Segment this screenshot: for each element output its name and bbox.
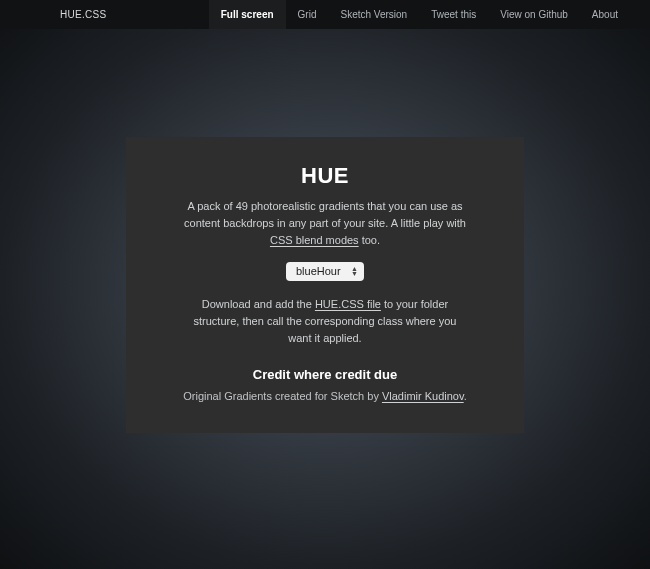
credit-heading: Credit where credit due bbox=[182, 367, 468, 382]
gradient-select[interactable]: blueHour ▲▼ bbox=[286, 262, 364, 281]
main: HUE A pack of 49 photorealistic gradient… bbox=[0, 137, 650, 433]
credit-pre: Original Gradients created for Sketch by bbox=[183, 390, 382, 402]
intro-text: A pack of 49 photorealistic gradients th… bbox=[182, 198, 468, 249]
intro-pre: A pack of 49 photorealistic gradients th… bbox=[184, 200, 466, 229]
author-link[interactable]: Vladimir Kudinov bbox=[382, 390, 464, 402]
credit-post: . bbox=[464, 390, 467, 402]
page-title: HUE bbox=[182, 163, 468, 189]
gradient-select-value: blueHour bbox=[296, 265, 349, 277]
nav-view-on-github[interactable]: View on Github bbox=[488, 0, 580, 29]
hue-css-file-link[interactable]: HUE.CSS file bbox=[315, 298, 381, 310]
nav-sketch-version[interactable]: Sketch Version bbox=[328, 0, 419, 29]
brand: HUE.CSS bbox=[60, 9, 107, 20]
download-pre: Download and add the bbox=[202, 298, 315, 310]
download-text: Download and add the HUE.CSS file to you… bbox=[182, 296, 468, 347]
credit-text: Original Gradients created for Sketch by… bbox=[182, 388, 468, 405]
nav-about[interactable]: About bbox=[580, 0, 630, 29]
css-blend-modes-link[interactable]: CSS blend modes bbox=[270, 234, 359, 246]
info-card: HUE A pack of 49 photorealistic gradient… bbox=[126, 137, 524, 433]
navbar: HUE.CSS Full screen Grid Sketch Version … bbox=[0, 0, 650, 29]
nav-grid[interactable]: Grid bbox=[286, 0, 329, 29]
chevron-up-down-icon: ▲▼ bbox=[349, 266, 360, 276]
nav-full-screen[interactable]: Full screen bbox=[209, 0, 286, 29]
nav-links: Full screen Grid Sketch Version Tweet th… bbox=[209, 0, 630, 29]
intro-post: too. bbox=[359, 234, 380, 246]
nav-tweet-this[interactable]: Tweet this bbox=[419, 0, 488, 29]
